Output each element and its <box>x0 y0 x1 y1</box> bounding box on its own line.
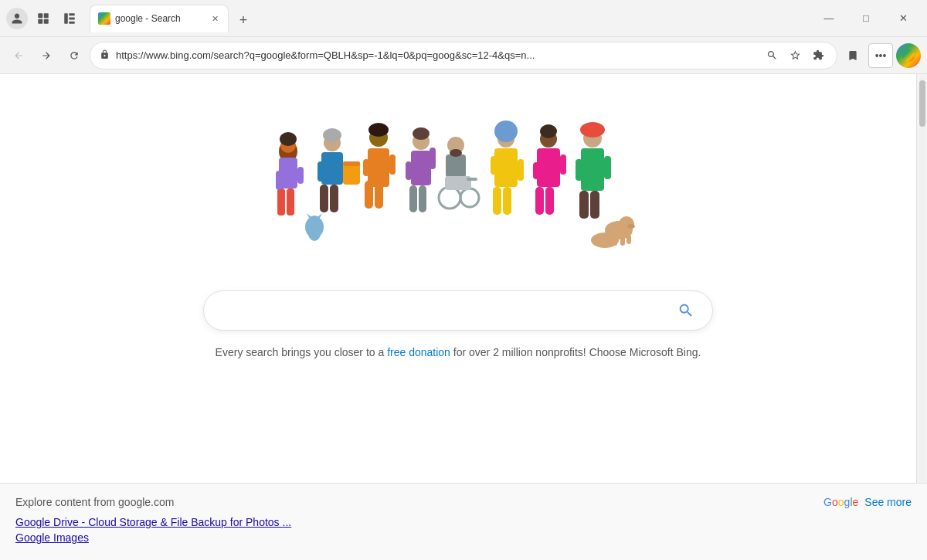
svg-point-73 <box>308 226 321 241</box>
new-tab-button[interactable]: + <box>232 9 255 32</box>
title-bar-left <box>6 8 80 29</box>
address-bar[interactable]: https://www.bing.com/search?q=google&for… <box>90 42 837 70</box>
svg-rect-37 <box>430 148 436 169</box>
google-branding: Google See more <box>823 496 912 508</box>
content-area: Every search brings you closer to a free… <box>0 74 927 483</box>
svg-rect-34 <box>411 151 431 185</box>
svg-rect-59 <box>533 162 539 179</box>
svg-rect-78 <box>613 235 617 246</box>
minimize-button[interactable]: — <box>811 6 847 31</box>
tab-favicon <box>98 12 110 25</box>
explore-links: Google Drive - Cloud Storage & File Back… <box>15 516 912 544</box>
search-button[interactable] <box>672 297 700 324</box>
google-o1: o <box>832 496 838 508</box>
svg-rect-66 <box>576 159 582 181</box>
svg-point-75 <box>619 216 634 232</box>
lock-icon <box>100 49 110 62</box>
donation-text-before: Every search brings you closer to a <box>216 346 388 358</box>
close-button[interactable]: ✕ <box>885 6 921 31</box>
search-address-icon[interactable] <box>762 46 781 65</box>
svg-rect-28 <box>365 181 373 209</box>
svg-rect-7 <box>69 21 75 23</box>
back-button[interactable] <box>6 43 31 68</box>
svg-rect-40 <box>446 154 466 178</box>
svg-rect-31 <box>363 159 369 176</box>
donation-message: Every search brings you closer to a free… <box>216 346 701 358</box>
svg-point-26 <box>368 123 389 137</box>
svg-rect-55 <box>537 148 560 187</box>
svg-rect-30 <box>389 154 396 175</box>
svg-rect-79 <box>620 235 625 246</box>
svg-rect-38 <box>406 161 412 180</box>
explore-link-1[interactable]: Google Drive - Cloud Storage & File Back… <box>15 516 912 528</box>
url-display: https://www.bing.com/search?q=google&for… <box>116 49 756 61</box>
svg-rect-3 <box>44 19 49 23</box>
svg-point-54 <box>540 124 557 138</box>
google-o2: o <box>838 496 844 508</box>
svg-point-61 <box>580 122 605 137</box>
svg-rect-64 <box>590 191 599 219</box>
forward-button[interactable] <box>34 43 59 68</box>
svg-rect-29 <box>375 181 383 209</box>
svg-marker-72 <box>317 213 322 218</box>
explore-link-2[interactable]: Google Images <box>15 531 912 544</box>
explore-header: Explore content from google.com Google S… <box>15 496 912 508</box>
bottom-section: Explore content from google.com Google S… <box>0 483 927 560</box>
bing-icon[interactable] <box>896 43 921 68</box>
svg-rect-35 <box>409 185 417 212</box>
svg-rect-6 <box>69 17 75 19</box>
sidebar-button[interactable] <box>59 8 80 29</box>
svg-rect-5 <box>69 13 75 15</box>
favorites-icon[interactable] <box>840 43 865 68</box>
page-content: Every search brings you closer to a free… <box>0 74 916 483</box>
svg-rect-50 <box>503 187 511 215</box>
svg-rect-49 <box>493 187 501 215</box>
svg-rect-48 <box>494 148 518 187</box>
active-tab[interactable]: google - Search ✕ <box>90 5 229 32</box>
hero-illustration <box>242 113 674 275</box>
see-more-link[interactable]: See more <box>864 496 912 508</box>
search-input[interactable] <box>216 304 672 317</box>
svg-rect-0 <box>38 13 42 18</box>
svg-rect-2 <box>38 19 42 23</box>
more-options-button[interactable]: ••• <box>868 43 893 68</box>
scrollbar-thumb[interactable] <box>919 80 925 127</box>
donation-link[interactable]: free donation <box>387 346 450 358</box>
donation-text-after: for over 2 million nonprofits! Choose Mi… <box>450 346 701 358</box>
svg-point-41 <box>450 149 462 157</box>
svg-point-43 <box>460 188 479 207</box>
extensions-icon[interactable] <box>809 46 827 65</box>
tab-title: google - Search <box>115 13 203 24</box>
svg-point-11 <box>280 132 297 146</box>
svg-rect-19 <box>321 152 343 185</box>
svg-rect-1 <box>44 13 49 18</box>
svg-marker-71 <box>307 213 311 218</box>
google-e: e <box>853 496 859 508</box>
title-bar: google - Search ✕ + — □ ✕ <box>0 0 927 37</box>
svg-rect-14 <box>287 188 294 216</box>
nav-bar: https://www.bing.com/search?q=google&for… <box>0 37 927 74</box>
svg-rect-57 <box>545 187 554 215</box>
svg-rect-20 <box>320 185 328 212</box>
star-icon[interactable] <box>786 46 804 65</box>
svg-point-33 <box>413 127 430 140</box>
scrollbar[interactable] <box>916 74 927 483</box>
window-controls: — □ ✕ <box>811 6 921 31</box>
svg-point-76 <box>627 224 635 229</box>
refresh-button[interactable] <box>62 43 87 68</box>
svg-point-42 <box>439 187 460 209</box>
collections-button[interactable] <box>32 8 54 29</box>
profile-button[interactable] <box>6 8 28 29</box>
svg-rect-80 <box>626 235 631 244</box>
svg-rect-62 <box>581 148 604 191</box>
svg-rect-63 <box>579 191 589 219</box>
svg-rect-23 <box>343 161 360 166</box>
tab-close-button[interactable]: ✕ <box>208 12 222 25</box>
maximize-button[interactable]: □ <box>848 6 884 31</box>
svg-rect-16 <box>297 167 304 184</box>
ellipsis-icon: ••• <box>875 49 887 62</box>
svg-rect-13 <box>277 188 285 216</box>
svg-rect-65 <box>604 156 611 179</box>
tabs-area: google - Search ✕ + <box>87 5 805 32</box>
search-container <box>203 290 713 331</box>
